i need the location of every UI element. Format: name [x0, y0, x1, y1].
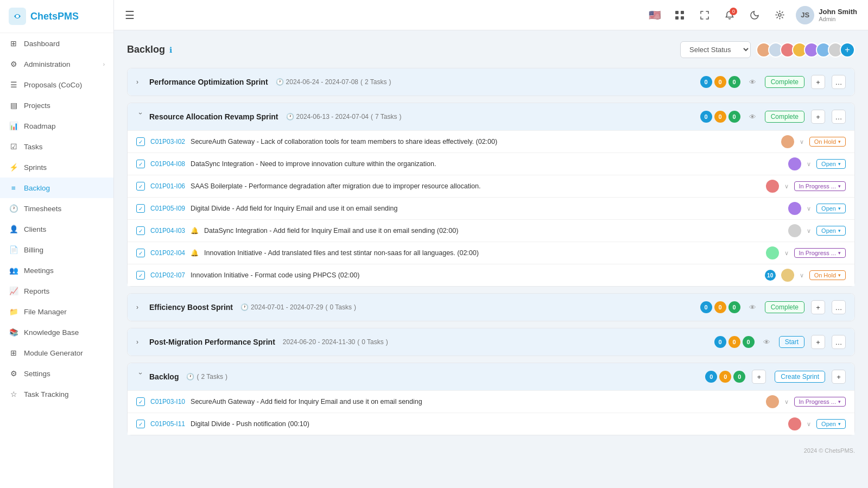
sidebar-item-tasks[interactable]: ☑ Tasks — [0, 136, 113, 157]
task-checkbox[interactable]: ✓ — [136, 420, 145, 428]
task-id[interactable]: C01P03-I02 — [150, 138, 185, 145]
task-id[interactable]: C01P04-I03 — [150, 227, 185, 235]
task-status[interactable]: Open ▾ — [816, 226, 846, 236]
sidebar-item-sprints[interactable]: ⚡ Sprints — [0, 157, 113, 178]
task-assign-chevron[interactable]: ∨ — [807, 205, 811, 212]
task-id[interactable]: C01P01-I06 — [150, 182, 185, 190]
status-arrow: ▾ — [838, 228, 841, 233]
task-checkbox[interactable]: ✓ — [136, 271, 145, 280]
task-assign-chevron[interactable]: ∨ — [807, 161, 811, 168]
add-task-button-2[interactable]: + — [811, 110, 825, 124]
sidebar-item-proposals[interactable]: ☰ Proposals (CoCo) — [0, 74, 113, 95]
language-selector[interactable]: 🇺🇸 — [646, 7, 663, 24]
info-icon[interactable]: ℹ — [169, 46, 172, 54]
svg-rect-2 — [675, 11, 679, 14]
gear-button[interactable] — [771, 7, 788, 24]
task-id[interactable]: C01P05-I09 — [150, 205, 185, 212]
fullscreen-button[interactable] — [696, 7, 713, 24]
eye-icon-2[interactable]: 👁 — [749, 113, 756, 121]
backlog-section-name: Backlog — [149, 372, 179, 381]
task-checkbox[interactable]: ✓ — [136, 226, 145, 235]
task-assign-chevron[interactable]: ∨ — [807, 227, 811, 235]
sidebar-item-settings[interactable]: ⚙ Settings — [0, 363, 113, 384]
task-checkbox[interactable]: ✓ — [136, 137, 145, 146]
more-options-button-3[interactable]: … — [832, 300, 846, 314]
more-options-button-4[interactable]: … — [832, 335, 846, 349]
task-id[interactable]: C01P02-I04 — [150, 249, 185, 257]
sidebar-item-projects[interactable]: ▤ Projects — [0, 95, 113, 116]
task-checkbox[interactable]: ✓ — [136, 397, 145, 406]
task-row: ✓ C01P04-I03 🔔 DataSync Integration - Ad… — [128, 219, 854, 242]
sidebar-item-meetings[interactable]: 👥 Meetings — [0, 260, 113, 281]
sidebar-item-clients[interactable]: 👤 Clients — [0, 219, 113, 239]
task-row: ✓ C01P02-I07 Innovation Initiative - For… — [128, 264, 854, 286]
complete-button-3[interactable]: Complete — [765, 301, 804, 313]
sidebar-item-module-generator[interactable]: ⊞ Module Generator — [0, 343, 113, 363]
eye-icon-4[interactable]: 👁 — [763, 338, 770, 346]
sidebar-item-backlog[interactable]: ≡ Backlog — [0, 178, 113, 198]
apps-button[interactable] — [671, 7, 688, 24]
status-arrow: ▾ — [838, 139, 841, 144]
task-id[interactable]: C01P05-I11 — [150, 420, 185, 428]
task-status[interactable]: In Progress ... ▾ — [794, 397, 846, 407]
task-assign-chevron[interactable]: ∨ — [784, 250, 789, 257]
sprint-header-2[interactable]: › Resource Allocation Revamp Sprint 🕐 20… — [128, 103, 854, 130]
create-sprint-button[interactable]: Create Sprint — [775, 371, 825, 383]
sprint-header-4[interactable]: › Post-Migration Performance Sprint 2024… — [128, 328, 854, 356]
task-id[interactable]: C01P03-I10 — [150, 398, 185, 405]
task-assign-chevron[interactable]: ∨ — [800, 138, 804, 145]
notification-button[interactable]: 0 — [721, 7, 738, 24]
status-arrow: ▾ — [838, 183, 841, 189]
add-task-button-1[interactable]: + — [811, 75, 825, 89]
backlog-header[interactable]: › Backlog 🕐 (2 Tasks) 0 0 0 + Create Spr… — [128, 363, 854, 390]
sidebar-item-reports[interactable]: 📈 Reports — [0, 281, 113, 301]
add-task-button-4[interactable]: + — [811, 335, 825, 349]
eye-icon-1[interactable]: 👁 — [749, 78, 756, 86]
more-options-button-2[interactable]: … — [832, 110, 846, 124]
sidebar-item-roadmap[interactable]: 📊 Roadmap — [0, 116, 113, 136]
status-select[interactable]: Select Status Complete In Progress On Ho… — [680, 41, 751, 58]
moon-icon — [750, 10, 759, 20]
sidebar-item-billing[interactable]: 📄 Billing — [0, 239, 113, 260]
status-arrow: ▾ — [838, 399, 841, 404]
eye-icon-3[interactable]: 👁 — [749, 303, 756, 312]
sidebar-item-dashboard[interactable]: ⊞ Dashboard — [0, 33, 113, 54]
start-button-4[interactable]: Start — [779, 336, 804, 348]
sidebar-item-timesheets[interactable]: 🕐 Timesheets — [0, 198, 113, 219]
add-member-button[interactable]: + — [840, 42, 855, 58]
task-id[interactable]: C01P04-I08 — [150, 160, 185, 168]
task-id[interactable]: C01P02-I07 — [150, 271, 185, 279]
sidebar-item-task-tracking[interactable]: ☆ Task Tracking — [0, 384, 113, 404]
task-status[interactable]: On Hold ▾ — [809, 137, 846, 147]
more-options-button-1[interactable]: … — [832, 75, 846, 89]
task-checkbox[interactable]: ✓ — [136, 182, 145, 191]
task-assign-chevron[interactable]: ∨ — [784, 183, 789, 190]
task-checkbox[interactable]: ✓ — [136, 160, 145, 168]
task-assign-chevron[interactable]: ∨ — [807, 421, 811, 428]
hamburger-button[interactable]: ☰ — [125, 9, 135, 22]
task-checkbox[interactable]: ✓ — [136, 249, 145, 257]
add-task-button-3[interactable]: + — [811, 300, 825, 314]
backlog-more-button[interactable]: + — [832, 370, 846, 384]
sprint-badges-4: 0 0 0 — [714, 336, 755, 348]
task-checkbox[interactable]: ✓ — [136, 204, 145, 213]
task-status[interactable]: Open ▾ — [816, 204, 846, 213]
task-status[interactable]: In Progress ... ▾ — [794, 248, 846, 258]
sidebar-item-file-manager[interactable]: 📁 File Manager — [0, 301, 113, 322]
task-status[interactable]: On Hold ▾ — [809, 270, 846, 280]
task-status[interactable]: Open ▾ — [816, 159, 846, 169]
sprint-header-1[interactable]: › Performance Optimization Sprint 🕐 2024… — [128, 68, 854, 96]
sprint-header-3[interactable]: › Efficiency Boost Sprint 🕐 2024-07-01 -… — [128, 294, 854, 321]
task-status[interactable]: Open ▾ — [816, 419, 846, 429]
task-assign-chevron[interactable]: ∨ — [784, 398, 789, 405]
task-status[interactable]: In Progress ... ▾ — [794, 181, 846, 191]
dark-mode-button[interactable] — [746, 7, 763, 24]
sidebar-item-administration[interactable]: ⚙ Administration › — [0, 54, 113, 74]
task-row: ✓ C01P03-I02 SecureAuth Gateway - Lack o… — [128, 130, 854, 153]
user-menu[interactable]: JS John Smith Admin — [796, 6, 857, 24]
task-assign-chevron[interactable]: ∨ — [800, 272, 804, 279]
backlog-add-button[interactable]: + — [752, 370, 766, 384]
sidebar-item-knowledge-base[interactable]: 📚 Knowledge Base — [0, 322, 113, 343]
complete-button-2[interactable]: Complete — [765, 111, 804, 123]
complete-button-1[interactable]: Complete — [765, 76, 804, 88]
